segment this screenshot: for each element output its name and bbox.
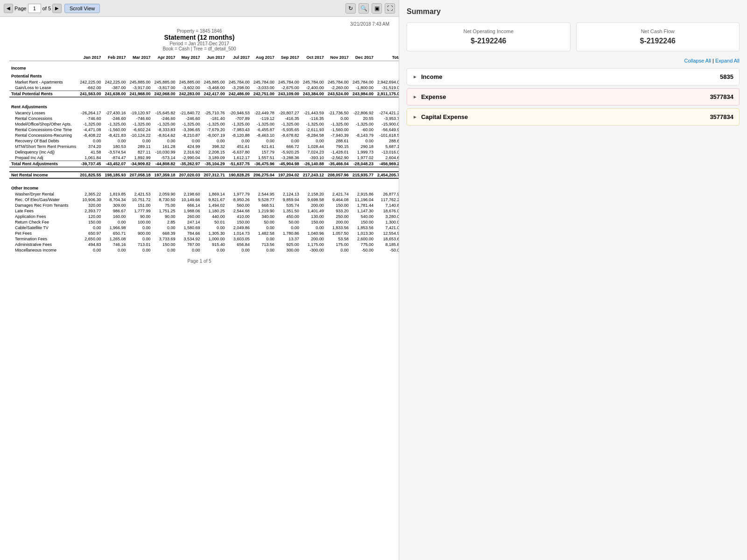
table-row: Rec. Of Elec/Gas/Water10,906.308,704.341… bbox=[9, 197, 399, 203]
col-jan: Jan 2017 bbox=[78, 54, 103, 61]
collapse-expand: Collapse All | Expand All bbox=[407, 58, 740, 63]
col-oct: Oct 2017 bbox=[301, 54, 326, 61]
table-row: Washer/Dryer Rental2,365.221,819.852,421… bbox=[9, 191, 399, 197]
expense-summary-row[interactable]: ► Expense 3577834 bbox=[407, 88, 740, 105]
table-row: Application Fees120.00160.0090.0090.0026… bbox=[9, 214, 399, 219]
ncf-label: Net Cash Flow bbox=[582, 28, 734, 34]
report-area: 3/21/2018 7:43 AM Property = 1845 1846 S… bbox=[0, 17, 399, 560]
col-mar: Mar 2017 bbox=[127, 54, 152, 61]
col-dec: Dec 2017 bbox=[351, 54, 375, 61]
total-row: Total Potential Rents241,563.00241,638.0… bbox=[9, 91, 399, 98]
table-row: Pet Fees650.97650.71900.00668.39784.661,… bbox=[9, 231, 399, 236]
subsection-header-row: Potential Rents bbox=[9, 71, 399, 79]
table-row: Termination Fees2,650.001,265.080.003,73… bbox=[9, 236, 399, 242]
spacer-row bbox=[9, 167, 399, 172]
spacer-row bbox=[9, 97, 399, 102]
subsection-header-row: Rent Adjustments bbox=[9, 102, 399, 110]
expand-all-link[interactable]: Expand All bbox=[715, 58, 740, 63]
net-row: Net Rental Income201,825.55198,185.93207… bbox=[9, 172, 399, 178]
table-row: Delinquency (Inc Adj)41.58-3,574.54827.1… bbox=[9, 149, 399, 155]
fit-page-button[interactable]: ▣ bbox=[372, 3, 382, 14]
right-panel: Summary Net Operating Income $-2192246 N… bbox=[399, 0, 747, 560]
page-navigation: ◀ Page of 5 ▶ bbox=[4, 4, 62, 13]
table-row: Rental Concessions-Recurring-8,408.22-8,… bbox=[9, 133, 399, 138]
expense-value: 3577834 bbox=[710, 93, 733, 100]
table-row: Return Check Fee150.000.00100.002.85247.… bbox=[9, 219, 399, 225]
capex-label: Capital Expense bbox=[421, 113, 710, 120]
expense-label: Expense bbox=[421, 93, 710, 100]
col-jun: Jun 2017 bbox=[202, 54, 227, 61]
page-total: 5 bbox=[48, 6, 51, 11]
property-line: Property = 1845 1846 bbox=[9, 28, 389, 34]
table-row: Miscellaneous Income0.000.000.000.000.00… bbox=[9, 247, 399, 253]
expense-chevron-icon: ► bbox=[413, 94, 417, 99]
col-may: May 2017 bbox=[177, 54, 202, 61]
col-feb: Feb 2017 bbox=[103, 54, 127, 61]
table-row: Rental Concessions-746.60-246.60-746.60-… bbox=[9, 116, 399, 121]
table-row: Cable/Satellite TV0.001,966.980.000.001,… bbox=[9, 225, 399, 231]
report-table: Jan 2017 Feb 2017 Mar 2017 Apr 2017 May … bbox=[9, 54, 399, 253]
scroll-view-button[interactable]: Scroll View bbox=[64, 4, 100, 13]
income-value: 5835 bbox=[720, 73, 733, 80]
noi-label: Net Operating Income bbox=[413, 28, 564, 34]
income-label: Income bbox=[421, 73, 720, 80]
page-footer: Page 1 of 5 bbox=[9, 259, 389, 264]
table-row: Administrative Fees494.83746.16713.01150… bbox=[9, 242, 399, 247]
col-sep: Sep 2017 bbox=[276, 54, 301, 61]
income-summary-row[interactable]: ► Income 5835 bbox=[407, 68, 740, 85]
fullscreen-button[interactable]: ⛶ bbox=[385, 3, 395, 14]
capital-expense-summary-row[interactable]: ► Capital Expense 3577834 bbox=[407, 108, 740, 126]
next-page-button[interactable]: ▶ bbox=[52, 4, 62, 13]
report-header: Property = 1845 1846 Statement (12 month… bbox=[9, 28, 389, 51]
table-row: Gain/Loss to Lease-662.00-387.00-3,917.0… bbox=[9, 85, 399, 91]
summary-title: Summary bbox=[407, 7, 740, 16]
ncf-value: $-2192246 bbox=[582, 37, 734, 45]
refresh-button[interactable]: ↻ bbox=[345, 3, 356, 14]
table-row: MTM/Short Term Rent Premiums374.20180.53… bbox=[9, 144, 399, 149]
col-nov: Nov 2017 bbox=[326, 54, 351, 61]
income-chevron-icon: ► bbox=[413, 74, 417, 79]
report-date: 3/21/2018 7:43 AM bbox=[9, 21, 389, 27]
spacer-row bbox=[9, 178, 399, 183]
table-row: Vacancy Losses-26,264.17-27,430.16-19,12… bbox=[9, 110, 399, 116]
subsection-header-row: Other Income bbox=[9, 183, 399, 191]
noi-value: $-2192246 bbox=[413, 37, 564, 45]
net-cash-flow-card: Net Cash Flow $-2192246 bbox=[576, 22, 740, 51]
collapse-all-link[interactable]: Collapse All bbox=[684, 58, 711, 63]
net-operating-income-card: Net Operating Income $-2192246 bbox=[407, 22, 571, 51]
of-label: of bbox=[42, 6, 47, 11]
prev-page-button[interactable]: ◀ bbox=[4, 4, 13, 13]
col-jul: Jul 2017 bbox=[227, 54, 252, 61]
table-row: Model/Office/Shop/Other Apts.-1,325.00-1… bbox=[9, 121, 399, 127]
column-headers: Jan 2017 Feb 2017 Mar 2017 Apr 2017 May … bbox=[9, 54, 399, 61]
table-row: Late Fees2,393.77986.671,777.991,751.251… bbox=[9, 208, 399, 214]
page-number-input[interactable] bbox=[28, 4, 41, 13]
capex-value: 3577834 bbox=[710, 113, 733, 120]
col-label bbox=[9, 54, 78, 61]
section-header-row: Income bbox=[9, 61, 399, 71]
col-total: Total bbox=[375, 54, 399, 61]
table-row: Recovery Of Bad Debts0.000.000.000.000.0… bbox=[9, 138, 399, 144]
table-row: Rental Concessions-One Time-4,471.08-1,5… bbox=[9, 127, 399, 133]
table-row: Prepaid Inc Adj1,061.84-874.471,892.99-5… bbox=[9, 155, 399, 161]
col-apr: Apr 2017 bbox=[153, 54, 177, 61]
table-row: Damages Rec From Tenants320.00309.00151.… bbox=[9, 203, 399, 208]
toolbar: ◀ Page of 5 ▶ Scroll View ↻ 🔍 ▣ ⛶ bbox=[0, 0, 399, 17]
period-line: Period = Jan 2017-Dec 2017 bbox=[9, 41, 389, 46]
page-label: Page bbox=[14, 6, 27, 11]
capex-chevron-icon: ► bbox=[413, 114, 417, 119]
table-row: Market Rent - Apartments242,225.00242,22… bbox=[9, 79, 399, 85]
zoom-in-button[interactable]: 🔍 bbox=[359, 3, 369, 14]
report-title: Statement (12 months) bbox=[9, 34, 389, 41]
col-aug: Aug 2017 bbox=[252, 54, 276, 61]
book-line: Book = Cash | Tree = df_detail_500 bbox=[9, 46, 389, 51]
summary-cards: Net Operating Income $-2192246 Net Cash … bbox=[407, 22, 740, 51]
total-row: Total Rent Adjustments-39,737.45-43,452.… bbox=[9, 161, 399, 168]
